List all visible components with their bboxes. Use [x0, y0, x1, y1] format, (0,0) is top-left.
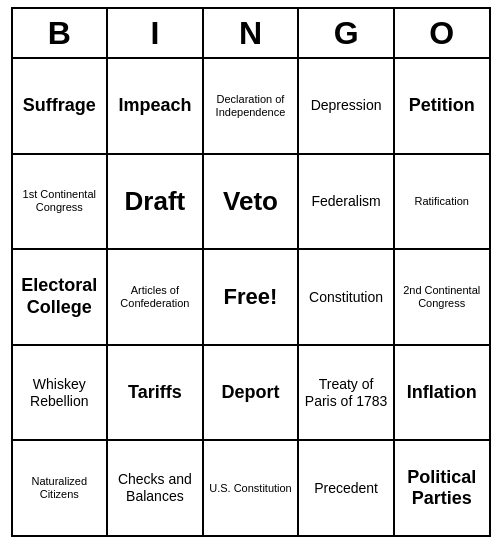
- bingo-row: Naturalized CitizensChecks and BalancesU…: [13, 441, 489, 535]
- bingo-cell[interactable]: 1st Continental Congress: [13, 155, 109, 249]
- bingo-row: 1st Continental CongressDraftVetoFederal…: [13, 155, 489, 251]
- bingo-cell[interactable]: Articles of Confederation: [108, 250, 204, 344]
- bingo-cell[interactable]: Naturalized Citizens: [13, 441, 109, 535]
- bingo-row: Electoral CollegeArticles of Confederati…: [13, 250, 489, 346]
- bingo-card: BINGO SuffrageImpeachDeclaration of Inde…: [11, 7, 491, 537]
- bingo-cell[interactable]: Whiskey Rebellion: [13, 346, 109, 440]
- header-letter: G: [299, 9, 395, 57]
- bingo-row: SuffrageImpeachDeclaration of Independen…: [13, 59, 489, 155]
- bingo-cell[interactable]: Deport: [204, 346, 300, 440]
- header-letter: O: [395, 9, 489, 57]
- bingo-cell[interactable]: Checks and Balances: [108, 441, 204, 535]
- header-letter: I: [108, 9, 204, 57]
- bingo-cell[interactable]: 2nd Continental Congress: [395, 250, 489, 344]
- bingo-cell[interactable]: Veto: [204, 155, 300, 249]
- bingo-cell[interactable]: Political Parties: [395, 441, 489, 535]
- bingo-header: BINGO: [13, 9, 489, 59]
- bingo-cell[interactable]: Depression: [299, 59, 395, 153]
- bingo-cell[interactable]: Federalism: [299, 155, 395, 249]
- bingo-cell[interactable]: Impeach: [108, 59, 204, 153]
- bingo-cell[interactable]: Treaty of Paris of 1783: [299, 346, 395, 440]
- bingo-cell[interactable]: U.S. Constitution: [204, 441, 300, 535]
- bingo-cell[interactable]: Suffrage: [13, 59, 109, 153]
- bingo-cell[interactable]: Electoral College: [13, 250, 109, 344]
- header-letter: B: [13, 9, 109, 57]
- bingo-cell[interactable]: Declaration of Independence: [204, 59, 300, 153]
- bingo-grid: SuffrageImpeachDeclaration of Independen…: [13, 59, 489, 535]
- bingo-cell[interactable]: Precedent: [299, 441, 395, 535]
- bingo-row: Whiskey RebellionTariffsDeportTreaty of …: [13, 346, 489, 442]
- bingo-cell[interactable]: Tariffs: [108, 346, 204, 440]
- bingo-cell[interactable]: Constitution: [299, 250, 395, 344]
- bingo-cell[interactable]: Free!: [204, 250, 300, 344]
- bingo-cell[interactable]: Petition: [395, 59, 489, 153]
- bingo-cell[interactable]: Inflation: [395, 346, 489, 440]
- bingo-cell[interactable]: Draft: [108, 155, 204, 249]
- header-letter: N: [204, 9, 300, 57]
- bingo-cell[interactable]: Ratification: [395, 155, 489, 249]
